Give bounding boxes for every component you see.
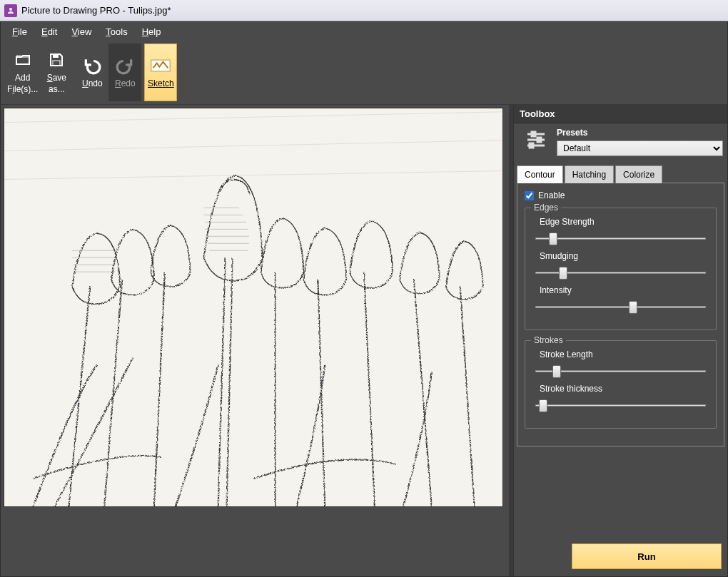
- window-title: Picture to Drawing PRO - Tulips.jpg*: [21, 5, 171, 16]
- enable-label: Enable: [538, 190, 565, 200]
- edge-strength-label: Edge Strength: [540, 217, 709, 227]
- edges-group: Edges Edge Strength Smudging Intensity: [525, 208, 717, 330]
- redo-button[interactable]: Redo: [108, 44, 141, 101]
- smudging-label: Smudging: [540, 251, 709, 261]
- titlebar: Picture to Drawing PRO - Tulips.jpg*: [0, 0, 728, 21]
- undo-icon: [82, 56, 102, 76]
- presets-label: Presets: [557, 128, 723, 138]
- sketch-button[interactable]: Sketch: [144, 44, 177, 101]
- svg-rect-23: [530, 143, 533, 148]
- toolbox-panel: Toolbox Presets: [513, 105, 727, 576]
- app-body: File Edit View Tools Help AddFile(s)... …: [0, 21, 728, 577]
- save-icon: [46, 50, 66, 70]
- sliders-icon: [524, 128, 548, 152]
- canvas-area: [1, 105, 509, 576]
- add-files-label: AddFile(s)...: [7, 73, 38, 95]
- menubar: File Edit View Tools Help: [1, 22, 727, 41]
- svg-rect-21: [537, 138, 541, 142]
- stroke-length-slider[interactable]: [535, 364, 706, 378]
- preview-canvas[interactable]: [4, 108, 503, 507]
- toolbox-title: Toolbox: [514, 105, 727, 123]
- menu-help[interactable]: Help: [135, 24, 168, 39]
- menu-view[interactable]: View: [64, 24, 98, 39]
- redo-label: Redo: [115, 78, 136, 90]
- enable-checkbox[interactable]: [525, 191, 534, 200]
- tab-pane-contour: Enable Edges Edge Strength Smudging Inte…: [517, 183, 724, 446]
- toolbar: AddFile(s)... Saveas... Undo Redo: [1, 41, 727, 105]
- svg-rect-1: [53, 54, 59, 58]
- stroke-thickness-label: Stroke thickness: [540, 384, 709, 394]
- edges-legend: Edges: [531, 203, 561, 213]
- add-files-button[interactable]: AddFile(s)...: [5, 44, 40, 101]
- stroke-length-label: Stroke Length: [540, 349, 709, 359]
- menu-file[interactable]: File: [5, 24, 34, 39]
- tab-hatching[interactable]: Hatching: [565, 165, 614, 183]
- preset-select[interactable]: Default: [557, 141, 723, 156]
- edge-strength-slider[interactable]: [535, 231, 706, 245]
- strokes-legend: Strokes: [531, 335, 566, 345]
- presets-row: Presets Default: [514, 128, 727, 162]
- run-button[interactable]: Run: [572, 543, 722, 569]
- sketch-label: Sketch: [148, 78, 174, 90]
- tab-contour[interactable]: Contour: [517, 165, 563, 183]
- save-as-button[interactable]: Saveas...: [40, 44, 73, 101]
- sketch-icon: [151, 56, 171, 76]
- app-icon: [4, 4, 17, 17]
- strokes-group: Strokes Stroke Length Stroke thickness: [525, 340, 717, 429]
- svg-rect-19: [532, 132, 535, 136]
- menu-tools[interactable]: Tools: [98, 24, 134, 39]
- svg-point-0: [9, 8, 12, 11]
- smudging-slider[interactable]: [535, 265, 706, 280]
- content: Toolbox Presets: [1, 105, 727, 576]
- redo-icon: [115, 56, 135, 76]
- intensity-label: Intensity: [540, 285, 709, 295]
- save-as-label: Saveas...: [47, 73, 66, 95]
- folder-open-icon: [13, 50, 33, 70]
- tab-colorize[interactable]: Colorize: [615, 165, 662, 183]
- menu-edit[interactable]: Edit: [34, 24, 64, 39]
- effect-tabs: Contour Hatching Colorize: [514, 165, 727, 183]
- undo-label: Undo: [82, 78, 103, 90]
- svg-rect-4: [4, 108, 502, 506]
- stroke-thickness-slider[interactable]: [535, 398, 706, 412]
- undo-button[interactable]: Undo: [76, 44, 108, 101]
- intensity-slider[interactable]: [535, 300, 706, 314]
